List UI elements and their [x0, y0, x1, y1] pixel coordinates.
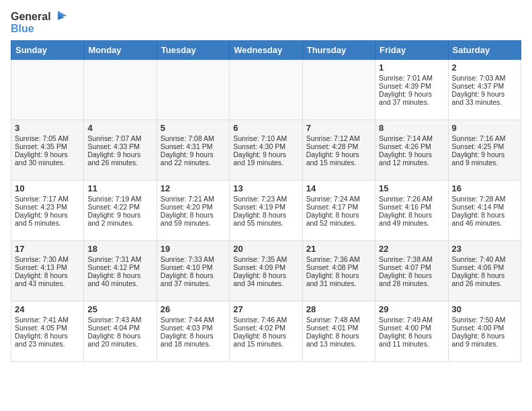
day-info-line: Sunset: 4:12 PM: [87, 263, 152, 271]
header-row: SundayMondayTuesdayWednesdayThursdayFrid…: [11, 40, 521, 59]
calendar-cell: 16Sunrise: 7:28 AMSunset: 4:14 PMDayligh…: [448, 180, 521, 240]
day-number: 29: [379, 304, 444, 314]
day-number: 20: [233, 244, 298, 254]
day-number: 7: [306, 123, 371, 133]
day-info-line: Daylight: 9 hours and 22 minutes.: [161, 150, 226, 167]
day-info-line: Sunrise: 7:03 AM: [452, 74, 517, 82]
day-number: 12: [161, 183, 226, 193]
calendar-week-1: 1Sunrise: 7:01 AMSunset: 4:39 PMDaylight…: [11, 59, 521, 120]
day-info-line: Sunset: 4:04 PM: [87, 324, 152, 332]
calendar-cell: 7Sunrise: 7:12 AMSunset: 4:28 PMDaylight…: [302, 120, 375, 180]
calendar-week-5: 24Sunrise: 7:41 AMSunset: 4:05 PMDayligh…: [11, 301, 521, 361]
day-number: 5: [161, 123, 226, 133]
day-info-line: Sunset: 4:01 PM: [306, 324, 371, 332]
calendar-cell: 15Sunrise: 7:26 AMSunset: 4:16 PMDayligh…: [375, 180, 448, 240]
day-info-line: Sunrise: 7:46 AM: [233, 316, 298, 324]
day-number: 24: [15, 304, 80, 314]
day-info-line: Sunrise: 7:16 AM: [452, 134, 517, 142]
day-info-line: Sunrise: 7:10 AM: [233, 134, 298, 142]
day-number: 3: [15, 123, 80, 133]
day-info-line: Sunset: 4:14 PM: [452, 203, 517, 211]
day-info-line: Sunrise: 7:31 AM: [87, 255, 152, 263]
day-info-line: Sunset: 4:07 PM: [379, 263, 444, 271]
day-info-line: Sunrise: 7:50 AM: [452, 316, 517, 324]
day-info-line: Daylight: 8 hours and 46 minutes.: [452, 211, 517, 227]
day-info-line: Daylight: 8 hours and 28 minutes.: [379, 271, 444, 287]
day-info-line: Sunset: 4:33 PM: [87, 142, 152, 150]
day-info-line: Sunset: 4:35 PM: [15, 142, 80, 150]
day-info-line: Sunrise: 7:17 AM: [15, 195, 80, 203]
day-number: 13: [233, 183, 298, 193]
day-number: 22: [379, 244, 444, 254]
calendar-cell: 21Sunrise: 7:36 AMSunset: 4:08 PMDayligh…: [302, 240, 375, 301]
day-info-line: Sunset: 4:23 PM: [15, 203, 80, 211]
day-info-line: Daylight: 9 hours and 30 minutes.: [15, 150, 80, 167]
day-info-line: Daylight: 8 hours and 9 minutes.: [452, 332, 517, 348]
day-info-line: Daylight: 8 hours and 43 minutes.: [15, 271, 80, 287]
calendar-cell: 11Sunrise: 7:19 AMSunset: 4:22 PMDayligh…: [84, 180, 157, 240]
calendar-cell: 4Sunrise: 7:07 AMSunset: 4:33 PMDaylight…: [84, 120, 157, 180]
day-info-line: Sunset: 4:22 PM: [87, 203, 152, 211]
header-cell-monday: Monday: [84, 40, 157, 59]
day-info-line: Daylight: 8 hours and 23 minutes.: [15, 332, 80, 348]
day-info-line: Sunset: 4:02 PM: [233, 324, 298, 332]
calendar-cell: 8Sunrise: 7:14 AMSunset: 4:26 PMDaylight…: [375, 120, 448, 180]
day-info-line: Daylight: 8 hours and 20 minutes.: [87, 332, 152, 348]
day-number: 11: [87, 183, 152, 193]
day-info-line: Sunrise: 7:28 AM: [452, 195, 517, 203]
day-info-line: Daylight: 8 hours and 11 minutes.: [379, 332, 444, 348]
day-number: 8: [379, 123, 444, 133]
day-info-line: Daylight: 9 hours and 19 minutes.: [233, 150, 298, 167]
day-info-line: Sunset: 4:26 PM: [379, 142, 444, 150]
day-info-line: Sunrise: 7:26 AM: [379, 195, 444, 203]
day-info-line: Sunset: 4:00 PM: [452, 324, 517, 332]
day-info-line: Sunset: 4:30 PM: [233, 142, 298, 150]
day-info-line: Sunset: 4:28 PM: [306, 142, 371, 150]
day-number: 15: [379, 183, 444, 193]
day-info-line: Daylight: 8 hours and 52 minutes.: [306, 211, 371, 227]
day-number: 10: [15, 183, 80, 193]
calendar-cell: 12Sunrise: 7:21 AMSunset: 4:20 PMDayligh…: [157, 180, 229, 240]
day-number: 9: [452, 123, 517, 133]
header-cell-wednesday: Wednesday: [230, 40, 302, 59]
calendar-cell: 17Sunrise: 7:30 AMSunset: 4:13 PMDayligh…: [11, 240, 84, 301]
calendar-cell: 5Sunrise: 7:08 AMSunset: 4:31 PMDaylight…: [157, 120, 229, 180]
calendar-cell: [84, 59, 157, 120]
calendar-cell: 10Sunrise: 7:17 AMSunset: 4:23 PMDayligh…: [11, 180, 84, 240]
calendar-cell: 18Sunrise: 7:31 AMSunset: 4:12 PMDayligh…: [84, 240, 157, 301]
day-number: 25: [87, 304, 152, 314]
day-number: 21: [306, 244, 371, 254]
day-info-line: Daylight: 8 hours and 13 minutes.: [306, 332, 371, 348]
day-info-line: Daylight: 9 hours and 12 minutes.: [379, 150, 444, 167]
header-cell-sunday: Sunday: [11, 40, 84, 59]
header-cell-thursday: Thursday: [302, 40, 375, 59]
calendar-cell: 1Sunrise: 7:01 AMSunset: 4:39 PMDaylight…: [375, 59, 448, 120]
day-info-line: Daylight: 8 hours and 49 minutes.: [379, 211, 444, 227]
day-info-line: Daylight: 8 hours and 31 minutes.: [306, 271, 371, 287]
day-number: 16: [452, 183, 517, 193]
day-info-line: Sunset: 4:25 PM: [452, 142, 517, 150]
day-info-line: Sunrise: 7:01 AM: [379, 74, 444, 82]
calendar-cell: 2Sunrise: 7:03 AMSunset: 4:37 PMDaylight…: [448, 59, 521, 120]
day-info-line: Sunrise: 7:24 AM: [306, 195, 371, 203]
day-info-line: Sunset: 4:00 PM: [379, 324, 444, 332]
calendar-week-2: 3Sunrise: 7:05 AMSunset: 4:35 PMDaylight…: [11, 120, 521, 180]
header-cell-tuesday: Tuesday: [157, 40, 229, 59]
day-info-line: Daylight: 9 hours and 5 minutes.: [15, 211, 80, 227]
day-info-line: Sunset: 4:13 PM: [15, 263, 80, 271]
day-info-line: Sunrise: 7:30 AM: [15, 255, 80, 263]
day-number: 2: [452, 62, 517, 73]
day-info-line: Daylight: 9 hours and 2 minutes.: [87, 211, 152, 227]
logo-blue: Blue: [11, 23, 34, 34]
logo-bird-icon: [52, 11, 67, 23]
day-number: 23: [452, 244, 517, 254]
calendar-cell: 14Sunrise: 7:24 AMSunset: 4:17 PMDayligh…: [302, 180, 375, 240]
calendar-cell: [230, 59, 302, 120]
day-info-line: Daylight: 8 hours and 59 minutes.: [161, 211, 226, 227]
day-number: 18: [87, 244, 152, 254]
day-info-line: Sunset: 4:08 PM: [306, 263, 371, 271]
calendar-body: 1Sunrise: 7:01 AMSunset: 4:39 PMDaylight…: [11, 59, 521, 361]
day-number: 6: [233, 123, 298, 133]
day-number: 27: [233, 304, 298, 314]
calendar-cell: [157, 59, 229, 120]
